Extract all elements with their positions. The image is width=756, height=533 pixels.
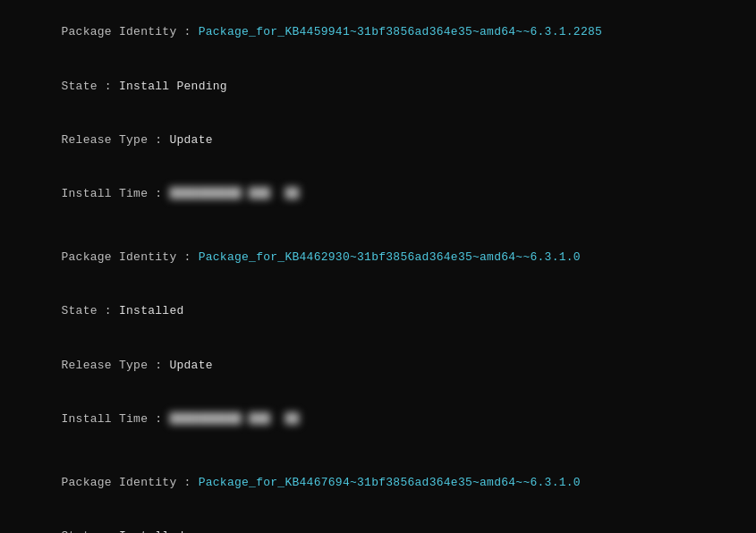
state-line: State : Installed (4, 510, 752, 533)
state-line: State : Install Pending (4, 59, 752, 113)
state-line: State : Installed (4, 284, 752, 338)
package-block-2: Package Identity : Package_for_KB4462930… (4, 231, 752, 447)
package-identity-line: Package Identity : Package_for_KB4467694… (4, 455, 752, 509)
terminal-window: Package Identity : Package_for_KB4459941… (0, 0, 756, 533)
install-time-line: Install Time : ██████████ ███ ██ (4, 167, 752, 221)
install-time-line: Install Time : ██████████ ███ ██ (4, 393, 752, 446)
release-type-line: Release Type : Update (4, 114, 752, 167)
package-identity-line: Package Identity : Package_for_KB4459941… (4, 5, 752, 59)
release-type-line: Release Type : Update (4, 339, 752, 393)
package-identity-line: Package Identity : Package_for_KB4462930… (4, 231, 752, 284)
package-block-1: Package Identity : Package_for_KB4459941… (4, 5, 752, 222)
package-block-3: Package Identity : Package_for_KB4467694… (4, 455, 752, 533)
